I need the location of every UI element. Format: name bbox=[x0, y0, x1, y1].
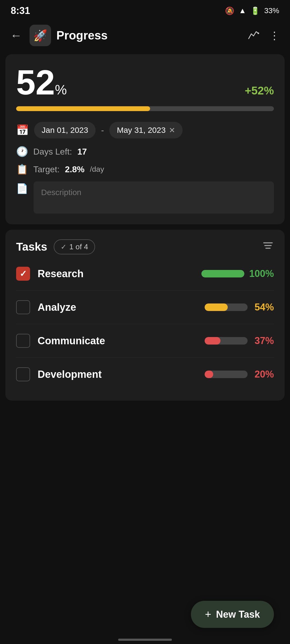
days-left-label: Days Left: bbox=[33, 147, 72, 157]
status-icons: 🔕 ▲ 🔋 33% bbox=[225, 6, 279, 15]
task-progress-group: 54% bbox=[205, 302, 274, 313]
task-mini-fill bbox=[205, 371, 213, 378]
task-checkbox-analyze[interactable] bbox=[16, 300, 30, 314]
task-mini-bar bbox=[201, 270, 244, 277]
chart-button[interactable] bbox=[245, 26, 262, 45]
app-icon: 🚀 bbox=[30, 25, 51, 46]
more-options-button[interactable]: ⋮ bbox=[267, 27, 282, 44]
clock-icon: 🕐 bbox=[16, 146, 28, 157]
task-name-analyze: Analyze bbox=[38, 302, 197, 313]
status-bar: 8:31 🔕 ▲ 🔋 33% bbox=[0, 0, 290, 19]
description-row: 📄 bbox=[16, 181, 274, 214]
target-icon: 📋 bbox=[16, 164, 28, 175]
start-date: Jan 01, 2023 bbox=[42, 126, 88, 135]
task-percent: 100% bbox=[249, 268, 274, 279]
task-item: Research100% bbox=[16, 257, 274, 291]
target-value: 2.8% bbox=[65, 164, 85, 174]
end-date-chip[interactable]: May 31, 2023 ✕ bbox=[109, 122, 183, 138]
task-progress-group: 100% bbox=[201, 268, 274, 279]
task-mini-bar bbox=[205, 371, 248, 378]
end-date: May 31, 2023 bbox=[117, 126, 166, 135]
target-label: Target: bbox=[33, 164, 60, 174]
task-checkbox-communicate[interactable] bbox=[16, 334, 30, 348]
progress-header: 52% +52% bbox=[16, 65, 274, 100]
progress-card: 52% +52% 📅 Jan 01, 2023 - May 31, 2023 ✕… bbox=[5, 54, 285, 224]
back-button[interactable]: ← bbox=[8, 27, 24, 44]
days-left-value: 17 bbox=[77, 147, 87, 157]
new-task-label: New Task bbox=[216, 609, 260, 620]
rocket-icon: 🚀 bbox=[33, 29, 47, 42]
status-time: 8:31 bbox=[11, 5, 30, 16]
progress-delta: +52% bbox=[245, 84, 274, 97]
progress-section: 52% +52% bbox=[16, 65, 274, 111]
svg-point-0 bbox=[258, 32, 259, 34]
task-name-development: Development bbox=[38, 369, 197, 380]
badge-check-icon: ✓ bbox=[61, 243, 67, 251]
progress-bar-fill bbox=[16, 106, 150, 111]
task-item: Analyze54% bbox=[16, 291, 274, 324]
description-icon: 📄 bbox=[16, 183, 28, 194]
page-title: Progress bbox=[56, 29, 240, 42]
task-percent: 54% bbox=[252, 302, 274, 313]
progress-number: 52 bbox=[16, 63, 55, 102]
target-row: 📋 Target: 2.8% /day bbox=[16, 164, 274, 175]
task-item: Development20% bbox=[16, 358, 274, 391]
description-input[interactable] bbox=[34, 181, 274, 214]
task-checkbox-research[interactable] bbox=[16, 267, 30, 281]
tasks-card: Tasks ✓ 1 of 4 Research100%Analyze54%Com… bbox=[5, 230, 285, 401]
wifi-icon: ▲ bbox=[239, 6, 246, 15]
task-name-communicate: Communicate bbox=[38, 335, 197, 347]
task-mini-fill bbox=[205, 303, 228, 311]
task-progress-group: 20% bbox=[205, 369, 274, 380]
target-unit: /day bbox=[90, 165, 104, 174]
start-date-chip[interactable]: Jan 01, 2023 bbox=[34, 122, 96, 138]
task-mini-bar bbox=[205, 337, 248, 345]
task-percent: 20% bbox=[252, 369, 274, 380]
top-nav: ← 🚀 Progress ⋮ bbox=[0, 19, 290, 52]
tasks-filter-button[interactable] bbox=[262, 240, 274, 254]
tasks-title-group: Tasks ✓ 1 of 4 bbox=[16, 239, 95, 254]
progress-bar bbox=[16, 106, 274, 111]
task-mini-fill bbox=[205, 337, 220, 345]
days-left-row: 🕐 Days Left: 17 bbox=[16, 146, 274, 157]
task-mini-fill bbox=[201, 270, 244, 277]
tasks-list: Research100%Analyze54%Communicate37%Deve… bbox=[16, 257, 274, 391]
battery-text: 33% bbox=[264, 6, 279, 15]
task-item: Communicate37% bbox=[16, 324, 274, 358]
tasks-count: 1 of 4 bbox=[69, 243, 88, 251]
end-date-clear-button[interactable]: ✕ bbox=[169, 126, 175, 135]
home-indicator bbox=[118, 639, 172, 641]
new-task-button[interactable]: + New Task bbox=[191, 601, 274, 628]
tasks-badge: ✓ 1 of 4 bbox=[54, 239, 95, 254]
nav-actions: ⋮ bbox=[245, 26, 282, 45]
task-percent: 37% bbox=[252, 335, 274, 346]
notifications-muted-icon: 🔕 bbox=[225, 6, 234, 15]
calendar-icon: 📅 bbox=[16, 124, 29, 136]
tasks-header: Tasks ✓ 1 of 4 bbox=[16, 239, 274, 254]
date-separator: - bbox=[101, 125, 104, 135]
task-progress-group: 37% bbox=[205, 335, 274, 346]
task-checkbox-development[interactable] bbox=[16, 367, 30, 381]
plus-icon: + bbox=[205, 608, 211, 620]
task-mini-bar bbox=[205, 303, 248, 311]
task-name-research: Research bbox=[38, 268, 194, 280]
battery-icon: 🔋 bbox=[251, 6, 260, 15]
progress-sign: % bbox=[55, 82, 67, 97]
tasks-title: Tasks bbox=[16, 240, 47, 253]
date-row: 📅 Jan 01, 2023 - May 31, 2023 ✕ bbox=[16, 122, 274, 138]
progress-display: 52% bbox=[16, 65, 67, 100]
